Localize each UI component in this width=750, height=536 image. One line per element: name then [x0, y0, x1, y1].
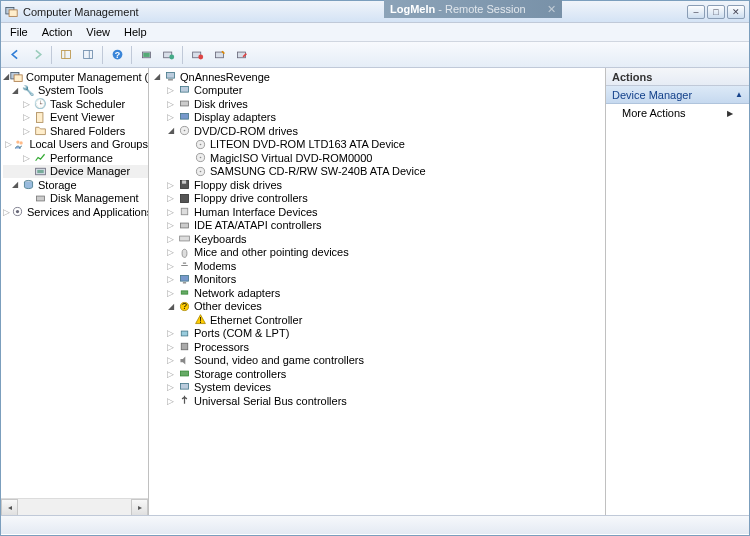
svg-point-20: [20, 141, 23, 144]
tree-node-system-tools[interactable]: System Tools: [38, 84, 103, 96]
device-cat-dvd[interactable]: DVD/CD-ROM drives: [194, 125, 298, 137]
device-cat-network[interactable]: Network adapters: [194, 287, 280, 299]
back-button[interactable]: [5, 45, 25, 65]
hardware-wizard-button[interactable]: [136, 45, 156, 65]
twisty-icon[interactable]: [21, 98, 32, 109]
twisty-icon[interactable]: [165, 287, 176, 298]
svg-rect-24: [36, 196, 44, 201]
more-actions-item[interactable]: More Actions ▶: [606, 104, 749, 122]
twisty-icon[interactable]: [21, 152, 32, 163]
device-cat-ide[interactable]: IDE ATA/ATAPI controllers: [194, 219, 322, 231]
twisty-icon[interactable]: [165, 301, 176, 312]
device-cat-other[interactable]: Other devices: [194, 300, 262, 312]
device-tree[interactable]: QnAnnesRevenge Computer Disk drives Disp…: [149, 68, 605, 410]
menu-file[interactable]: File: [3, 24, 35, 40]
tree-node-disk-mgmt[interactable]: Disk Management: [50, 192, 139, 204]
twisty-icon[interactable]: [5, 139, 12, 150]
uninstall-button[interactable]: [187, 45, 207, 65]
twisty-icon[interactable]: [165, 112, 176, 123]
twisty-icon[interactable]: [21, 112, 32, 123]
device-cat-hid[interactable]: Human Interface Devices: [194, 206, 318, 218]
twisty-icon[interactable]: [151, 71, 162, 82]
twisty-icon[interactable]: [165, 220, 176, 231]
device-cat-display[interactable]: Display adapters: [194, 111, 276, 123]
twisty-icon[interactable]: [165, 247, 176, 258]
device-cat-computer[interactable]: Computer: [194, 84, 242, 96]
device-cat-disk-drives[interactable]: Disk drives: [194, 98, 248, 110]
twisty-icon[interactable]: [165, 85, 176, 96]
svg-rect-54: [181, 344, 188, 351]
device-cat-mice[interactable]: Mice and other pointing devices: [194, 246, 349, 258]
twisty-icon[interactable]: [165, 193, 176, 204]
tree-node-device-manager[interactable]: Device Manager: [50, 165, 130, 177]
device-cat-usb[interactable]: Universal Serial Bus controllers: [194, 395, 347, 407]
twisty-icon[interactable]: [165, 341, 176, 352]
device-cat-sound[interactable]: Sound, video and game controllers: [194, 354, 364, 366]
twisty-icon[interactable]: [165, 382, 176, 393]
device-cat-keyboards[interactable]: Keyboards: [194, 233, 247, 245]
device-cat-system[interactable]: System devices: [194, 381, 271, 393]
device-cat-processors[interactable]: Processors: [194, 341, 249, 353]
device-cat-floppy[interactable]: Floppy disk drives: [194, 179, 282, 191]
forward-button[interactable]: [27, 45, 47, 65]
scroll-left-button[interactable]: ◂: [1, 499, 18, 515]
device-cat-modems[interactable]: Modems: [194, 260, 236, 272]
actions-section[interactable]: Device Manager ▲: [606, 86, 749, 104]
mouse-icon: [177, 246, 191, 259]
tree-node-root[interactable]: Computer Management (Local: [26, 71, 149, 83]
help-button[interactable]: ?: [107, 45, 127, 65]
scroll-right-button[interactable]: ▸: [131, 499, 148, 515]
console-tree[interactable]: Computer Management (Local 🔧System Tools…: [1, 68, 148, 221]
show-hide-tree-button[interactable]: [56, 45, 76, 65]
device-ethernet-controller[interactable]: Ethernet Controller: [210, 314, 302, 326]
collapse-icon[interactable]: ▲: [735, 90, 743, 99]
tree-node-services-apps[interactable]: Services and Applications: [27, 206, 149, 218]
disable-button[interactable]: [231, 45, 251, 65]
twisty-icon[interactable]: [165, 395, 176, 406]
device-cat-storage-ctrl[interactable]: Storage controllers: [194, 368, 286, 380]
menu-view[interactable]: View: [79, 24, 117, 40]
ide-icon: [177, 219, 191, 232]
hid-icon: [177, 205, 191, 218]
tree-node-shared-folders[interactable]: Shared Folders: [50, 125, 125, 137]
device-cat-floppy-ctrl[interactable]: Floppy drive controllers: [194, 192, 308, 204]
device-magiciso[interactable]: MagicISO Virtual DVD-ROM0000: [210, 152, 372, 164]
twisty-icon[interactable]: [165, 98, 176, 109]
horizontal-scrollbar[interactable]: ◂ ▸: [1, 498, 148, 515]
remote-close-icon[interactable]: ✕: [547, 3, 556, 16]
device-computer-name[interactable]: QnAnnesRevenge: [180, 71, 270, 83]
device-samsung[interactable]: SAMSUNG CD-R/RW SW-240B ATA Device: [210, 165, 426, 177]
twisty-icon[interactable]: [165, 355, 176, 366]
twisty-icon[interactable]: [3, 71, 9, 82]
device-cat-monitors[interactable]: Monitors: [194, 273, 236, 285]
twisty-icon[interactable]: [165, 368, 176, 379]
svg-rect-1: [9, 9, 17, 16]
menu-action[interactable]: Action: [35, 24, 80, 40]
tree-node-storage[interactable]: Storage: [38, 179, 77, 191]
twisty-icon[interactable]: [165, 125, 176, 136]
menubar: File Action View Help: [1, 23, 749, 42]
tree-node-event-viewer[interactable]: Event Viewer: [50, 111, 115, 123]
device-cat-ports[interactable]: Ports (COM & LPT): [194, 327, 289, 339]
update-driver-button[interactable]: [158, 45, 178, 65]
tree-node-performance[interactable]: Performance: [50, 152, 113, 164]
device-liteon[interactable]: LITEON DVD-ROM LTD163 ATA Device: [210, 138, 405, 150]
twisty-icon[interactable]: [165, 179, 176, 190]
twisty-icon[interactable]: [9, 179, 20, 190]
twisty-icon[interactable]: [165, 260, 176, 271]
menu-help[interactable]: Help: [117, 24, 154, 40]
twisty-icon[interactable]: [3, 206, 10, 217]
tree-node-local-users[interactable]: Local Users and Groups: [29, 138, 148, 150]
twisty-icon[interactable]: [165, 206, 176, 217]
show-hide-actions-button[interactable]: [78, 45, 98, 65]
twisty-icon[interactable]: [165, 274, 176, 285]
close-button[interactable]: ✕: [727, 5, 745, 19]
twisty-icon[interactable]: [21, 125, 32, 136]
twisty-icon[interactable]: [165, 233, 176, 244]
twisty-icon[interactable]: [165, 328, 176, 339]
scan-hardware-button[interactable]: [209, 45, 229, 65]
tree-node-task-scheduler[interactable]: Task Scheduler: [50, 98, 125, 110]
twisty-icon[interactable]: [9, 85, 20, 96]
minimize-button[interactable]: –: [687, 5, 705, 19]
maximize-button[interactable]: □: [707, 5, 725, 19]
